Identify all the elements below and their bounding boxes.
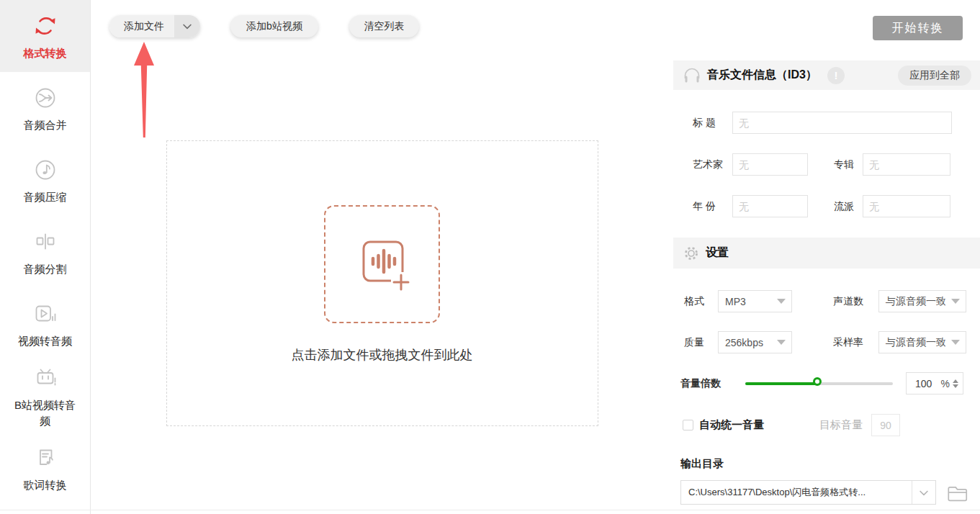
window-bottom-divider bbox=[0, 510, 980, 510]
volume-slider[interactable] bbox=[745, 382, 893, 385]
samplerate-label: 采样率 bbox=[833, 336, 866, 349]
volume-value: 100 bbox=[915, 378, 941, 389]
folder-icon bbox=[946, 483, 969, 502]
dropzone-hint: 点击添加文件或拖拽文件到此处 bbox=[167, 346, 598, 364]
genre-field-label: 流派 bbox=[834, 200, 856, 213]
target-volume-label: 目标音量 bbox=[819, 418, 864, 432]
start-convert-button[interactable]: 开始转换 bbox=[873, 16, 963, 40]
dropzone-icon-box bbox=[324, 205, 440, 323]
settings-panel-title: 设置 bbox=[706, 245, 729, 261]
spin-down-icon[interactable] bbox=[953, 384, 958, 388]
id3-header: 音乐文件信息（ID3） ! 应用到全部 bbox=[673, 60, 980, 90]
sidebar-item-label: 歌词转换 bbox=[10, 477, 81, 493]
album-field-input[interactable] bbox=[863, 153, 950, 176]
caret-down-icon bbox=[951, 340, 960, 345]
artist-field-input[interactable] bbox=[732, 153, 808, 176]
caret-down-icon bbox=[777, 299, 786, 304]
spinner-arrows[interactable] bbox=[953, 379, 958, 388]
bilibili-tv-icon bbox=[31, 364, 60, 392]
title-field-input[interactable] bbox=[732, 112, 952, 134]
add-bilibili-button[interactable]: 添加b站视频 bbox=[230, 15, 318, 37]
sidebar-item-label: 格式转换 bbox=[10, 45, 81, 61]
output-dir-dropdown[interactable] bbox=[912, 481, 935, 504]
refresh-icon bbox=[31, 12, 60, 40]
sidebar-item-bilibili-to-audio[interactable]: B站视频转音频 bbox=[0, 360, 90, 432]
samplerate-value: 与源音频一致 bbox=[886, 336, 946, 349]
file-list-area: 点击添加文件或拖拽文件到此处 bbox=[91, 60, 673, 514]
quality-dropdown[interactable]: 256kbps bbox=[718, 331, 792, 353]
sidebar-item-audio-split[interactable]: 音频分割 bbox=[0, 216, 90, 288]
id3-panel-title: 音乐文件信息（ID3） bbox=[707, 68, 817, 83]
volume-unit: % bbox=[941, 378, 950, 389]
artist-field-label: 艺术家 bbox=[693, 158, 726, 171]
split-icon bbox=[31, 227, 60, 256]
spin-up-icon[interactable] bbox=[953, 379, 958, 383]
auto-normalize-label: 自动统一音量 bbox=[699, 418, 765, 432]
volume-slider-handle[interactable] bbox=[813, 377, 822, 386]
apply-to-all-button[interactable]: 应用到全部 bbox=[898, 66, 971, 86]
sidebar-item-audio-compress[interactable]: 音频压缩 bbox=[0, 144, 90, 216]
format-dropdown[interactable]: MP3 bbox=[718, 290, 792, 312]
add-file-dropdown[interactable] bbox=[174, 15, 200, 37]
sidebar-item-audio-merge[interactable]: 音频合并 bbox=[0, 72, 90, 144]
video-audio-icon bbox=[31, 299, 60, 328]
year-field-label: 年 份 bbox=[693, 200, 726, 213]
headphones-icon bbox=[683, 67, 701, 84]
format-label: 格式 bbox=[684, 295, 706, 308]
sidebar-item-label: 视频转音频 bbox=[10, 333, 81, 349]
add-file-label[interactable]: 添加文件 bbox=[109, 15, 174, 37]
volume-spinner[interactable]: 100 % bbox=[906, 372, 963, 394]
sidebar-item-label: 音频合并 bbox=[10, 117, 81, 133]
output-dir-combobox[interactable]: C:\Users\31177\Desktop\闪电音频格式转... bbox=[680, 480, 936, 505]
caret-down-icon bbox=[951, 299, 960, 304]
body: 点击添加文件或拖拽文件到此处 音乐文件信息（ID3） ! 应用到全部 标 题 bbox=[91, 60, 980, 514]
title-field-label: 标 题 bbox=[693, 117, 726, 130]
channels-label: 声道数 bbox=[833, 295, 866, 308]
lyrics-icon bbox=[31, 443, 60, 472]
album-field-label: 专辑 bbox=[834, 158, 856, 171]
sidebar-item-lyrics-convert[interactable]: 歌词转换 bbox=[0, 432, 90, 504]
quality-label: 质量 bbox=[684, 336, 706, 349]
auto-normalize-checkbox[interactable] bbox=[683, 420, 693, 430]
format-value: MP3 bbox=[725, 296, 746, 307]
file-dropzone[interactable]: 点击添加文件或拖拽文件到此处 bbox=[166, 140, 598, 426]
sidebar-item-label: 音频压缩 bbox=[10, 189, 81, 205]
main-area: 添加文件 添加b站视频 清空列表 开始转换 bbox=[91, 0, 980, 514]
output-dir-label: 输出目录 bbox=[680, 457, 980, 471]
target-volume-input[interactable] bbox=[871, 414, 900, 436]
volume-slider-fill bbox=[745, 382, 819, 385]
add-audio-icon bbox=[352, 234, 413, 294]
caret-down-icon bbox=[777, 340, 786, 345]
channels-dropdown[interactable]: 与源音频一致 bbox=[878, 290, 966, 312]
music-note-icon bbox=[31, 155, 60, 184]
quality-value: 256kbps bbox=[725, 337, 763, 348]
samplerate-dropdown[interactable]: 与源音频一致 bbox=[878, 331, 966, 353]
clear-list-button[interactable]: 清空列表 bbox=[349, 15, 419, 37]
sidebar: 格式转换 音频合并 音频压缩 音频分割 bbox=[0, 0, 91, 514]
genre-field-input[interactable] bbox=[863, 195, 950, 217]
app-window: 格式转换 音频合并 音频压缩 音频分割 bbox=[0, 0, 980, 514]
output-dir-path: C:\Users\31177\Desktop\闪电音频格式转... bbox=[681, 481, 912, 504]
add-file-button[interactable]: 添加文件 bbox=[109, 15, 200, 37]
browse-folder-button[interactable] bbox=[945, 480, 970, 505]
sidebar-item-video-to-audio[interactable]: 视频转音频 bbox=[0, 288, 90, 360]
toolbar: 添加文件 添加b站视频 清空列表 开始转换 bbox=[91, 0, 980, 60]
settings-header: 设置 bbox=[673, 238, 980, 269]
sidebar-item-label: 音频分割 bbox=[10, 261, 81, 277]
annotation-arrow bbox=[134, 42, 154, 138]
year-field-input[interactable] bbox=[732, 195, 808, 217]
chevron-down-icon bbox=[919, 490, 929, 496]
channels-value: 与源音频一致 bbox=[886, 295, 946, 308]
chevron-down-icon bbox=[182, 23, 192, 30]
volume-label: 音量倍数 bbox=[680, 377, 727, 390]
sidebar-item-format-convert[interactable]: 格式转换 bbox=[0, 0, 90, 72]
info-icon[interactable]: ! bbox=[827, 67, 845, 84]
sidebar-item-label: B站视频转音频 bbox=[10, 397, 81, 429]
gear-icon bbox=[683, 245, 700, 262]
right-panel: 音乐文件信息（ID3） ! 应用到全部 标 题 艺术家 专辑 年 份 bbox=[673, 60, 980, 514]
merge-icon bbox=[31, 84, 60, 112]
